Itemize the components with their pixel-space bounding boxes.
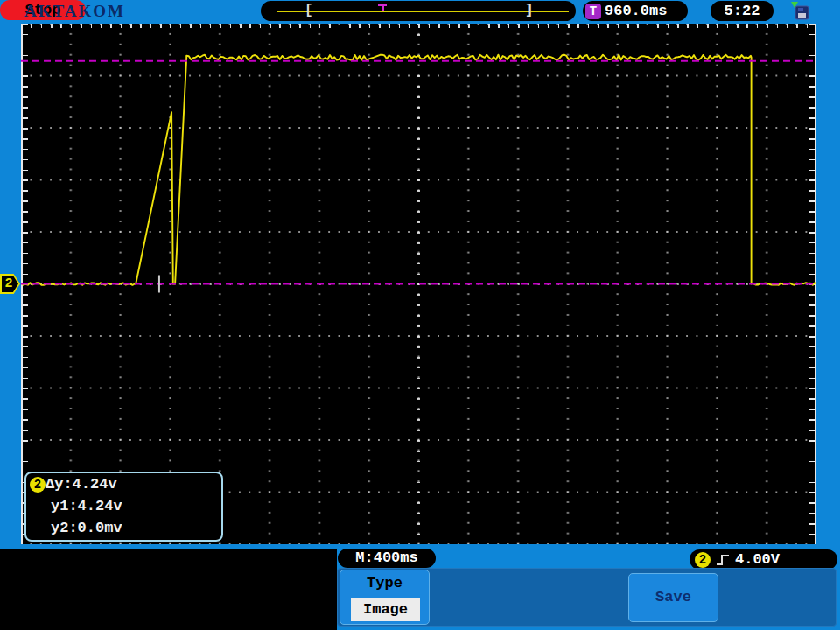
channel2-chip: 2 — [30, 477, 46, 493]
trigger-channel-chip: 2 — [695, 552, 710, 568]
save-button[interactable]: Save — [628, 573, 718, 622]
window-right-bracket: ] — [525, 2, 534, 20]
channel2-position-marker: 2 — [0, 274, 20, 294]
trigger-time-value: 960.0ms — [605, 3, 667, 19]
cursor-readout-box: 2 Δy:4.24v y1:4.24v y2:0.0mv — [24, 472, 223, 542]
brand-logo: AKTAKOM — [24, 2, 125, 21]
usb-storage-icon — [789, 1, 810, 21]
waveform-display — [21, 24, 816, 544]
trigger-t-icon: T — [585, 4, 601, 19]
timebase-badge: M:400ms — [338, 549, 436, 568]
trigger-position-marker-icon — [378, 4, 387, 6]
trigger-time-badge: T 960.0ms — [583, 1, 688, 21]
cursor-y1: y1:4.24v — [51, 495, 221, 517]
cursor-y2: y2:0.0mv — [51, 517, 221, 539]
type-button-label: Type — [340, 575, 429, 592]
type-button[interactable]: Type Image — [340, 570, 430, 625]
status-panel: 1 50.0mV- 2.00div 2 1V- 0.00div (1.25KS/… — [0, 549, 337, 630]
rising-edge-icon — [716, 553, 730, 567]
channel2-marker-label: 2 — [3, 276, 15, 292]
type-button-value[interactable]: Image — [351, 598, 420, 621]
window-left-bracket: [ — [304, 2, 313, 20]
trigger-level-value: 4.00V — [735, 551, 780, 568]
oscilloscope-screen: AKTAKOM Stop [ ] T 960.0ms 5:22 2 — [0, 0, 840, 630]
trigger-level-badge: 2 4.00V — [690, 550, 837, 570]
clock: 5:22 — [710, 1, 774, 21]
cursor-delta-y: Δy:4.24v — [46, 473, 117, 495]
trigger-position-bar: [ ] — [261, 1, 576, 21]
waveform-canvas — [21, 24, 816, 544]
